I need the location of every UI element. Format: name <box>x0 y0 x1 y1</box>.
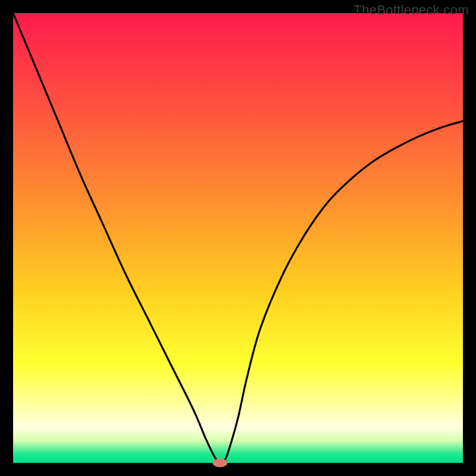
curve-layer <box>13 13 463 463</box>
bottleneck-curve <box>13 13 463 463</box>
chart-frame: TheBottleneck.com <box>0 0 476 476</box>
plot-area <box>13 13 463 463</box>
optimum-marker <box>213 459 227 467</box>
watermark-text: TheBottleneck.com <box>354 2 469 18</box>
